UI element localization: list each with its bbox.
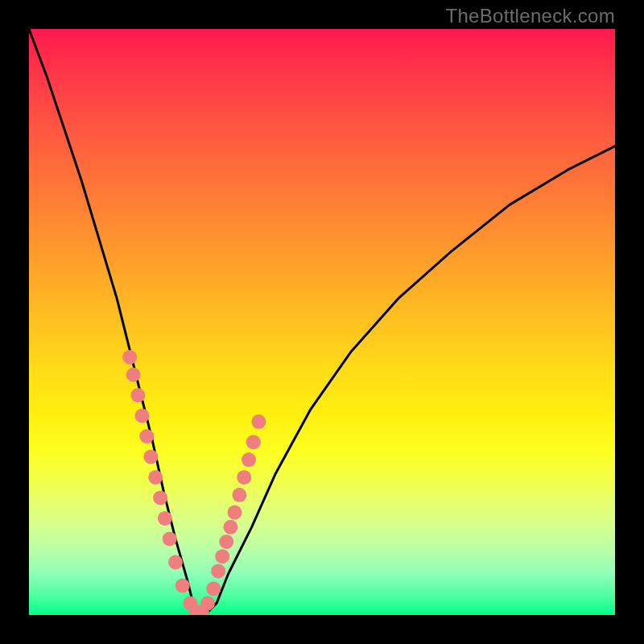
sample-dot	[237, 470, 251, 485]
sample-dot	[206, 581, 221, 596]
sample-dot	[148, 470, 163, 485]
sample-dot	[223, 520, 237, 535]
sample-dot	[215, 549, 229, 564]
chart-svg	[29, 29, 615, 615]
chart-frame: TheBottleneck.com	[0, 0, 644, 644]
sample-dot	[158, 511, 172, 526]
sample-dot	[175, 579, 190, 593]
sample-dot	[242, 452, 256, 467]
sample-dot	[168, 555, 183, 570]
sample-dot	[143, 449, 158, 464]
sample-dot	[122, 350, 137, 365]
sample-dot	[211, 564, 225, 578]
sample-dot	[228, 506, 242, 520]
sample-dot	[135, 409, 150, 423]
sample-dot	[126, 368, 141, 382]
sample-dot	[232, 488, 246, 502]
plot-area	[29, 29, 615, 615]
sample-dot	[251, 415, 266, 429]
sample-dot	[246, 435, 261, 449]
sample-dot	[200, 596, 215, 610]
sample-dot	[139, 429, 154, 444]
sample-dot	[163, 531, 177, 546]
sample-dot	[219, 535, 233, 549]
bottleneck-curve	[29, 29, 615, 615]
sample-dots-group	[122, 350, 266, 615]
watermark-text: TheBottleneck.com	[445, 5, 615, 27]
sample-dot	[130, 388, 145, 402]
sample-dot	[153, 490, 167, 505]
